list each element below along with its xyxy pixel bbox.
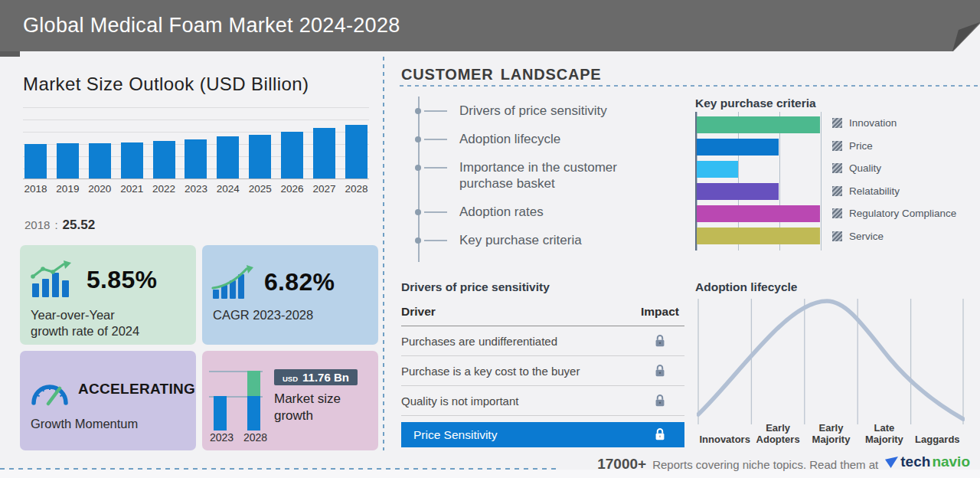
yoy-label-line2: growth rate of 2024 [31, 323, 196, 339]
market-size-year-label: 2022 [152, 183, 177, 195]
footer: 17000+ Reports covering niche topics. Re… [597, 453, 970, 473]
adl-labels: InnovatorsEarlyAdoptersEarlyMajorityLate… [697, 414, 965, 446]
market-size-bar [313, 128, 335, 178]
growth-year-end: 2028 [243, 431, 267, 444]
market-size-bar-column [345, 125, 368, 178]
reports-count: 17000+ [597, 456, 646, 473]
price-sensitivity-highlight-row: Price Sensitivity [401, 422, 684, 447]
lifecycle-stage-line: Early [756, 423, 800, 434]
market-size-bar [57, 143, 79, 178]
cagr-card: 6.82% CAGR 2023-2028 [202, 245, 378, 345]
kpc-bars [697, 112, 822, 244]
customer-landscape-item: Adoption lifecycle [420, 131, 651, 148]
momentum-value: ACCELERATING [78, 381, 195, 398]
highlight-row-label: Price Sensitivity [413, 428, 497, 442]
market-size-xlabels: 2018201920202021202220232024202520262027… [23, 183, 369, 195]
lifecycle-stage-line: Innovators [699, 434, 750, 446]
kpc-legend-label: Quality [849, 162, 881, 174]
footer-dashed-line [0, 468, 560, 470]
market-size-chart [23, 107, 369, 179]
market-size-bar-column [121, 142, 143, 178]
price-sensitivity-table: Driver Impact Purchases are undifferenti… [401, 302, 684, 447]
yoy-label: Year-over-Year growth rate of 2024 [20, 299, 196, 340]
lifecycle-stage-line: Adopters [756, 434, 800, 446]
kpc-bar [697, 161, 738, 178]
legend-swatch-icon [832, 208, 842, 218]
lifecycle-stage-line: Laggards [915, 434, 960, 446]
lifecycle-stage-line: Majority [865, 434, 903, 446]
adoption-lifecycle-title: Adoption lifecycle [695, 280, 798, 294]
kpc-bar [697, 183, 779, 200]
market-size-bar [89, 143, 111, 178]
infographic-canvas: Global Medical Foam Market 2024-2028 Mar… [0, 0, 980, 478]
market-size-bar-column [217, 136, 239, 178]
lifecycle-stage-label: EarlyAdopters [756, 423, 800, 446]
legend-swatch-icon [832, 163, 842, 173]
speedometer-icon [29, 372, 70, 406]
page-title: Global Medical Foam Market 2024-2028 [23, 0, 400, 51]
growth-label: Market size growth [274, 391, 341, 424]
customer-landscape-item: Adoption rates [420, 204, 651, 221]
market-size-year-label: 2018 [23, 183, 48, 195]
customer-landscape-item-label: Importance in the customer purchase bask… [459, 160, 617, 192]
driver-row: Quality is not important [401, 386, 684, 416]
bell-curve-graphic [697, 297, 965, 427]
kpc-legend-item: Service [832, 228, 956, 244]
legend-swatch-icon [832, 141, 842, 151]
market-size-bar-column [185, 139, 207, 178]
kpc-legend-label: Service [849, 231, 884, 242]
growth-label-line2: growth [274, 408, 341, 424]
customer-landscape-item-label: Key purchase criteria [459, 233, 582, 247]
driver-column-header: Driver [401, 305, 436, 319]
market-size-year-label: 2028 [344, 183, 369, 195]
growth-label-line1: Market size [274, 391, 341, 408]
key-purchase-criteria-chart [695, 112, 822, 250]
dps-rows: Purchases are undifferentiatedPurchase i… [401, 326, 684, 416]
growth-momentum-card: ACCELERATING Growth Momentum [20, 351, 196, 450]
technavio-logo-icon [884, 456, 899, 469]
lifecycle-stage-line: Majority [812, 434, 851, 446]
base-year-label: 2018 [24, 218, 50, 231]
lifecycle-stage-line: Late [865, 423, 903, 434]
badge-currency: USD [283, 371, 298, 387]
customer-landscape-item-label: Adoption lifecycle [459, 132, 560, 146]
kpc-legend-item: Innovation [832, 115, 956, 131]
growth-year-start: 2023 [210, 431, 234, 444]
lifecycle-stage-label: Laggards [915, 434, 960, 446]
lifecycle-stage-label: EarlyMajority [812, 423, 851, 446]
driver-label: Purchase is a key cost to the buyer [401, 365, 580, 378]
market-size-bar [121, 142, 143, 178]
driver-row: Purchase is a key cost to the buyer [401, 356, 684, 386]
lifecycle-stage-label: Innovators [699, 434, 750, 446]
market-size-bar-column [249, 135, 271, 178]
price-sensitivity-header: Driver Impact [401, 302, 684, 326]
market-size-bar [281, 132, 303, 178]
market-size-year-label: 2024 [215, 183, 240, 195]
market-size-bar-column [24, 144, 47, 178]
market-size-bars [23, 107, 369, 178]
market-size-bar-column [153, 141, 175, 178]
customer-landscape-title: CUSTOMER LANDSCAPE [401, 66, 602, 83]
market-size-bar [345, 125, 368, 178]
kpc-legend-item: Regulatory Compliance [832, 205, 956, 221]
market-size-year-label: 2021 [119, 183, 145, 195]
customer-landscape-item: Importance in the customer purchase bask… [420, 159, 651, 193]
usd-growth-badge: USD 11.76 Bn [274, 369, 358, 385]
badge-amount: 11.76 Bn [302, 369, 349, 385]
momentum-label: Growth Momentum [20, 406, 196, 432]
vertical-section-divider [383, 57, 384, 450]
growth-bar-2028-increment [247, 371, 260, 396]
kpc-legend-item: Price [832, 138, 956, 154]
lifecycle-stage-label: LateMajority [865, 423, 903, 446]
market-size-year-label: 2025 [247, 183, 273, 195]
market-size-bar-column [281, 132, 303, 178]
customer-landscape-item: Key purchase criteria [420, 232, 651, 249]
legend-swatch-icon [832, 231, 842, 241]
growth-bar-2028-base [247, 396, 260, 431]
lock-icon [635, 394, 684, 408]
kpc-legend-item: Quality [832, 160, 956, 176]
driver-label: Quality is not important [401, 395, 518, 408]
technavio-brand-link[interactable]: technavio [884, 453, 970, 470]
market-size-bar-column [89, 143, 111, 178]
kpc-bar [697, 205, 820, 222]
